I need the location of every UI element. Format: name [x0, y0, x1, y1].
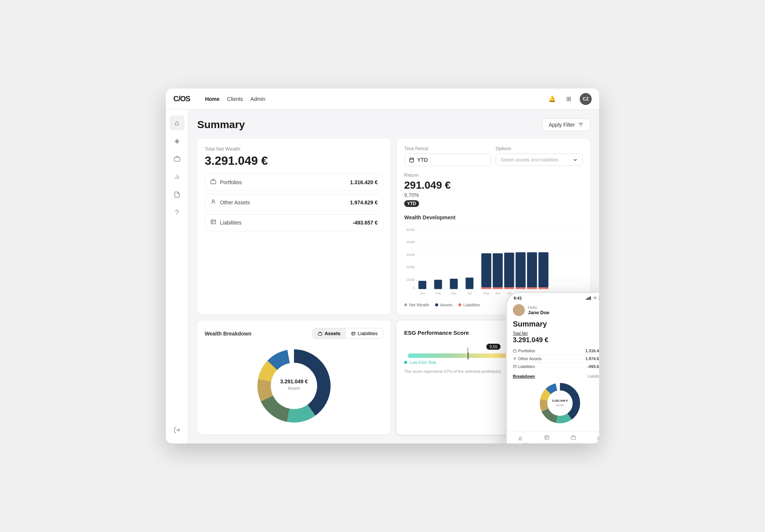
- time-period-control[interactable]: YTD: [404, 154, 491, 166]
- top-cards-row: Total Net Wealth 3.291.049 € Portfolios …: [197, 139, 590, 315]
- assets-toggle[interactable]: Assets: [313, 328, 346, 338]
- svg-text:Jun: Jun: [495, 291, 501, 295]
- svg-text:3.291.049 €: 3.291.049 €: [552, 399, 568, 402]
- svg-text:1000k: 1000k: [406, 278, 415, 282]
- app-container: C/OS Home Clients Admin 🔔 ⊞ CZ ⌂ ◈: [166, 89, 599, 443]
- phone-donut: 3.291.049 € Assets: [538, 381, 582, 426]
- donut-chart-container: 3.291.049 € Assets: [205, 345, 383, 427]
- svg-text:Assets: Assets: [556, 404, 564, 406]
- page-header: Summary Apply Filter: [197, 118, 590, 131]
- options-label: Options: [496, 146, 583, 151]
- svg-rect-56: [351, 332, 355, 335]
- my-wealth-nav-icon: ⌂: [518, 435, 522, 442]
- phone-user-row: Hello Jane Doe 🔔: [513, 304, 599, 316]
- nav-admin[interactable]: Admin: [251, 96, 266, 102]
- phone-status-bar: 9:41: [507, 293, 599, 300]
- svg-rect-13: [410, 158, 414, 162]
- return-pct: 9,70%: [404, 192, 583, 198]
- user-avatar[interactable]: CZ: [580, 93, 592, 105]
- nav-clients[interactable]: Clients: [227, 96, 243, 102]
- phone-status-icons: [586, 296, 599, 300]
- svg-point-9: [212, 200, 214, 202]
- wealth-value: 3.291.049 €: [205, 154, 383, 168]
- phone-bottom-nav: ⌂ My Wealth Balance Sheet Portfolio: [507, 432, 599, 443]
- phone-notification-icon[interactable]: 🔔: [599, 306, 599, 314]
- other-assets-item: Other Assets 1.974.629 €: [205, 194, 383, 211]
- svg-text:4000k: 4000k: [406, 240, 415, 244]
- svg-rect-38: [504, 287, 514, 289]
- portfolio-value: 1.316.420 €: [350, 179, 378, 185]
- page-title: Summary: [197, 119, 245, 131]
- phone-nav-balance-sheet[interactable]: Balance Sheet: [533, 435, 560, 443]
- return-value: 291.049 €: [404, 179, 583, 191]
- svg-rect-74: [513, 350, 516, 352]
- sidebar-item-help[interactable]: ?: [170, 205, 185, 220]
- legend-net-wealth: Net Wealth: [404, 303, 429, 307]
- sidebar-item-home[interactable]: ⌂: [170, 115, 185, 130]
- toggle-buttons: Assets Liabilities: [312, 328, 383, 339]
- legend-assets: Assets: [435, 303, 452, 307]
- svg-rect-8: [211, 180, 216, 184]
- top-nav: C/OS Home Clients Admin 🔔 ⊞ CZ: [166, 89, 599, 109]
- liabilities-toggle[interactable]: Liabilities: [346, 328, 383, 338]
- phone-content: Hello Jane Doe 🔔 Summary Total Net: [507, 300, 599, 432]
- nav-links: Home Clients Admin: [205, 96, 265, 102]
- phone-nav-portfolio[interactable]: Portfolio: [560, 435, 586, 443]
- chart-svg: 5000k 4000k 3000k 2000k 1000k 0: [404, 225, 583, 300]
- options-control[interactable]: Select assets and liabilities: [496, 154, 583, 166]
- svg-text:3000k: 3000k: [406, 253, 415, 257]
- return-badge: YTD: [404, 200, 419, 207]
- svg-text:Apr: Apr: [467, 291, 472, 295]
- apply-filter-button[interactable]: Apply Filter: [542, 118, 590, 131]
- other-assets-value: 1.974.629 €: [350, 200, 378, 205]
- svg-text:May: May: [483, 291, 490, 295]
- main-content: Summary Apply Filter Total Net Wealth 3.…: [188, 109, 599, 443]
- grid-icon[interactable]: ⊞: [563, 94, 574, 104]
- svg-text:Jan: Jan: [420, 291, 425, 295]
- svg-rect-31: [450, 279, 458, 289]
- legend-liabilities: Liabilities: [458, 303, 480, 307]
- svg-rect-76: [513, 365, 516, 368]
- nav-right: 🔔 ⊞ CZ: [547, 93, 592, 105]
- wealth-dev-title: Wealth Development: [404, 214, 583, 220]
- other-assets-icon: [210, 199, 216, 206]
- svg-text:Feb: Feb: [435, 291, 441, 295]
- svg-rect-71: [599, 297, 599, 300]
- svg-rect-35: [493, 253, 503, 287]
- portfolio-item: Portfolios 1.316.420 €: [205, 174, 383, 191]
- svg-rect-30: [434, 280, 442, 289]
- balance-sheet-nav-icon: [544, 435, 549, 442]
- svg-rect-70: [590, 296, 591, 300]
- breakdown-title: Wealth Breakdown: [205, 331, 251, 337]
- phone-wealth-value: 3.291.049 €: [513, 336, 599, 344]
- sidebar-item-briefcase[interactable]: [170, 151, 185, 166]
- svg-rect-34: [481, 287, 491, 289]
- options-field: Options Select assets and liabilities: [496, 146, 583, 166]
- esg-score-pill: 9,55: [486, 344, 500, 350]
- svg-rect-29: [418, 281, 426, 289]
- sidebar-item-document[interactable]: [170, 187, 185, 202]
- svg-rect-44: [538, 287, 548, 289]
- phone-nav-my-wealth[interactable]: ⌂ My Wealth: [507, 435, 533, 443]
- battery-icon: [599, 296, 599, 300]
- phone-greeting: Hello: [528, 305, 549, 310]
- sidebar-item-logout[interactable]: [170, 423, 185, 437]
- nav-home[interactable]: Home: [205, 96, 220, 102]
- liabilities-icon: [210, 219, 216, 226]
- phone-overlay: 9:41: [506, 292, 599, 443]
- breakdown-header: Wealth Breakdown Assets Liabilities: [205, 328, 383, 339]
- total-net-wealth-card: Total Net Wealth 3.291.049 € Portfolios …: [197, 139, 391, 315]
- svg-rect-10: [211, 220, 216, 224]
- main-layout: ⌂ ◈ ? Summary Apply Filter: [166, 109, 599, 443]
- esg-marker: [468, 352, 468, 359]
- phone-total-net-label: Total Net: [513, 331, 599, 335]
- phone-nav-postbox[interactable]: ✉ Postbox: [586, 435, 599, 443]
- sidebar-item-diamond[interactable]: ◈: [170, 133, 185, 148]
- svg-rect-37: [504, 253, 514, 287]
- sidebar: ⌂ ◈ ?: [166, 109, 188, 443]
- svg-text:2000k: 2000k: [406, 265, 415, 269]
- svg-rect-69: [589, 297, 589, 300]
- sidebar-item-chart[interactable]: [170, 169, 185, 184]
- notification-icon[interactable]: 🔔: [547, 94, 557, 104]
- svg-rect-39: [515, 252, 526, 287]
